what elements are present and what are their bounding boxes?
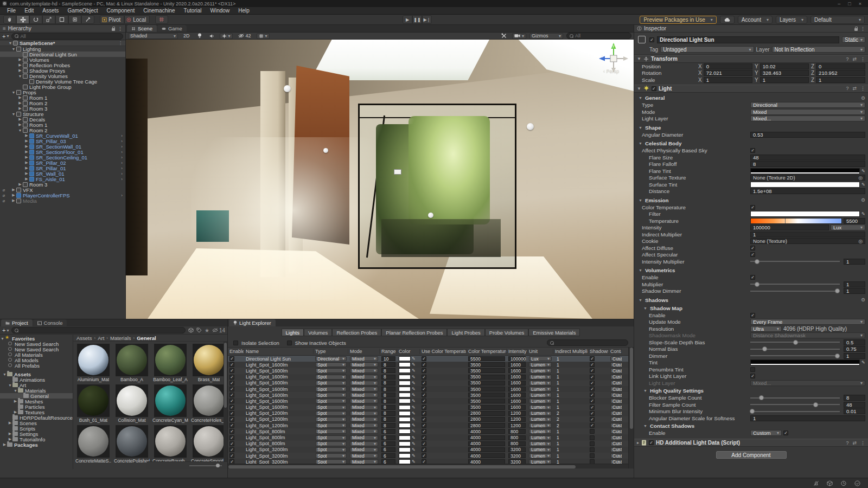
indirect-multiplier-field[interactable]: 1 [555,405,586,410]
enabled-checkbox[interactable] [229,447,234,452]
enabled-checkbox[interactable] [229,441,234,446]
thumbnail-size-slider[interactable] [189,465,222,466]
mode-dropdown[interactable]: Mixed▾ [350,381,378,386]
menu-item-window[interactable]: Window [207,7,234,14]
column-header-mode[interactable]: Mode [348,349,380,354]
pivot-toggle[interactable]: Pivot [100,15,124,24]
use-color-temperature-checkbox[interactable] [422,393,426,397]
kebab-menu-icon[interactable]: ⋮ [860,86,865,91]
hierarchy-item-sr-sectionwall-01[interactable]: ▶SR_SectionWall_01› [0,144,125,149]
eyedropper-icon[interactable]: ✎ [412,453,416,458]
light-row-light-spot-1200lm[interactable]: Light_Spot_1200lmSpot▾Mixed▾8✎28001200Lu… [228,416,628,422]
foldout-arrow-icon[interactable]: ▶ [11,198,16,203]
prefab-open-chevron-icon[interactable]: › [121,133,124,138]
package-manager-icon[interactable] [827,480,833,486]
range-field[interactable]: 8 [381,405,395,410]
enabled-checkbox[interactable] [229,393,234,397]
indirect-multiplier-field[interactable]: 1 [555,362,586,367]
prefab-open-chevron-icon[interactable]: › [121,155,124,160]
indirect-multiplier-field[interactable]: 1 [555,356,586,361]
foldout-arrow-icon[interactable]: ▶ [24,160,29,165]
contact-shadows-dropdown[interactable]: Cust [610,429,620,434]
range-field[interactable]: 8 [381,381,395,386]
foldout-arrow-icon[interactable]: ▼ [0,337,5,341]
eye-hidden-icon[interactable]: ø [0,188,8,192]
type-dropdown[interactable]: Spot▾ [315,429,347,434]
scene-lighting-toggle[interactable] [195,33,204,39]
shadows-checkbox[interactable] [590,417,595,422]
column-header-use-color-temperature[interactable]: Use Color Temperature [420,349,467,354]
foldout-arrow-icon[interactable]: ▶ [8,421,12,425]
saved-search-item[interactable]: All Materials [0,352,73,357]
eyedropper-icon[interactable]: ✎ [412,387,416,391]
foldout-arrow-icon[interactable]: ▶ [17,101,23,105]
color-swatch[interactable] [399,411,411,416]
slider-value-field[interactable]: 48 [844,402,865,408]
color-swatch[interactable] [399,405,411,410]
light-row-light-spot-1600lm[interactable]: Light_Spot_1600lmSpot▾Mixed▾8✎35001600Lu… [228,392,628,398]
foldout-arrow-icon[interactable]: ▼ [639,126,643,130]
shading-mode-dropdown[interactable]: Shaded▾ [128,33,178,39]
section-shadows[interactable]: ▼Shadows⚙ [634,296,868,304]
mode-dropdown[interactable]: Mixed▾ [350,387,378,391]
indirect-multiplier-field[interactable]: 1 [555,429,586,434]
column-header-range[interactable]: Range [380,349,397,354]
indirect-multiplier-field[interactable]: 1 [555,393,586,397]
color-swatch[interactable] [750,168,860,174]
menu-item-component[interactable]: Component [103,7,139,14]
le-tab-probe-volumes[interactable]: Probe Volumes [485,329,528,336]
light-row-light-spot-1600lm[interactable]: Light_Spot_1600lmSpot▾Mixed▾8✎35001600Lu… [228,374,628,380]
color-temperature-field[interactable]: 3500 [468,368,505,373]
color-temperature-field[interactable]: 2800 [468,417,505,422]
light-row-light-spot-3200lm[interactable]: Light_Spot_3200lmSpot▾Mixed▾6✎40003200Lu… [228,447,628,453]
foldout-arrow-icon[interactable]: ▶ [17,123,23,127]
mode-dropdown[interactable]: Mixed▾ [350,411,378,416]
project-create-button[interactable]: +▾ [2,327,9,333]
menu-item-assets[interactable]: Assets [39,7,62,14]
type-dropdown[interactable]: Spot▾ [315,368,347,373]
light-row-directional-light-sun[interactable]: Directional Light SunDirectional▾Mixed▾1… [228,356,628,362]
position-x-field[interactable]: 0 [704,63,752,69]
color-temperature-field[interactable]: 4000 [468,441,505,446]
range-field[interactable]: 10 [381,356,395,361]
folder-tutorialinfo[interactable]: ▶TutorialInfo [0,436,73,442]
color-temperature-field[interactable]: 3500 [468,375,505,380]
shadows-checkbox[interactable] [590,405,595,410]
eye-hidden-icon[interactable]: ø [0,198,8,203]
type-dropdown[interactable]: Spot▾ [315,362,347,367]
unit-dropdown[interactable]: Lumen▾ [529,447,552,452]
range-field[interactable]: 8 [381,423,395,428]
indirect-multiplier-field[interactable]: 1 [555,387,586,391]
indirect-multiplier-field[interactable]: 2 [555,417,586,422]
range-field[interactable]: 8 [381,411,395,416]
eyedropper-icon[interactable]: ✎ [861,211,865,216]
indirect-multiplier-field[interactable]: 1 [555,375,586,380]
slider-value-field[interactable]: 1 [844,288,865,294]
use-color-temperature-checkbox[interactable] [422,441,426,446]
shadows-checkbox[interactable] [590,362,595,367]
hierarchy-item-fs-aisle-01[interactable]: ▶FS_Aisle_01› [0,176,125,182]
breadcrumb-segment[interactable]: Materials [110,335,131,341]
checkbox[interactable] [750,367,755,372]
shadows-checkbox[interactable] [590,411,595,416]
shadows-checkbox[interactable] [590,429,595,434]
eyedropper-icon[interactable]: ✎ [861,182,865,187]
rotation-x-field[interactable]: 72.021 [704,70,752,76]
use-color-temperature-checkbox[interactable] [422,387,426,391]
hierarchy-item-reflection-probes[interactable]: ▶Reflection Probes [0,62,125,68]
position-y-field[interactable]: 10.02 [760,63,809,69]
hierarchy-header[interactable]: ≡ Hierarchy ⋮ [0,25,125,33]
eyedropper-icon[interactable]: ✎ [412,393,416,397]
foldout-arrow-icon[interactable]: ▼ [11,112,16,116]
scale-x-field[interactable]: 1 [704,77,752,83]
kebab-menu-icon[interactable]: ⋮ [118,26,123,31]
color-swatch[interactable] [399,362,411,367]
contact-shadows-dropdown[interactable]: Cust [610,399,620,403]
le-tab-emissive-materials[interactable]: Emissive Materials [528,329,580,336]
unit-dropdown[interactable]: Lumen▾ [529,399,552,403]
folder-scripts[interactable]: Scripts [0,426,73,431]
eyedropper-icon[interactable]: ✎ [412,441,416,446]
hierarchy-item-volumes[interactable]: ▶Volumes [0,57,125,62]
foldout-arrow-icon[interactable]: ▼ [639,198,643,202]
color-swatch[interactable] [399,393,411,397]
